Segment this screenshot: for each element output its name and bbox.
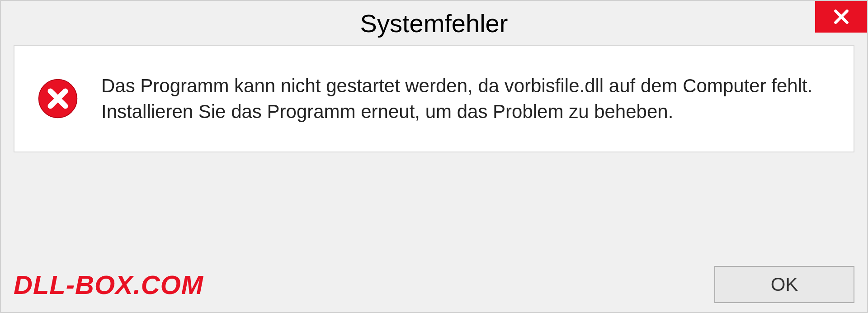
content-panel: Das Programm kann nicht gestartet werden… <box>14 45 854 152</box>
error-icon-wrapper <box>37 73 79 121</box>
error-dialog: Systemfehler Das Programm kann nicht ges… <box>0 0 868 313</box>
titlebar: Systemfehler <box>1 1 867 45</box>
close-icon <box>833 8 850 25</box>
error-icon <box>37 78 79 119</box>
close-button[interactable] <box>815 1 867 33</box>
error-message: Das Programm kann nicht gestartet werden… <box>101 73 831 124</box>
ok-button[interactable]: OK <box>714 266 854 303</box>
dialog-title: Systemfehler <box>360 9 508 38</box>
ok-button-label: OK <box>771 274 798 295</box>
watermark-text: DLL-BOX.COM <box>14 270 203 300</box>
dialog-footer: DLL-BOX.COM OK <box>14 266 854 303</box>
